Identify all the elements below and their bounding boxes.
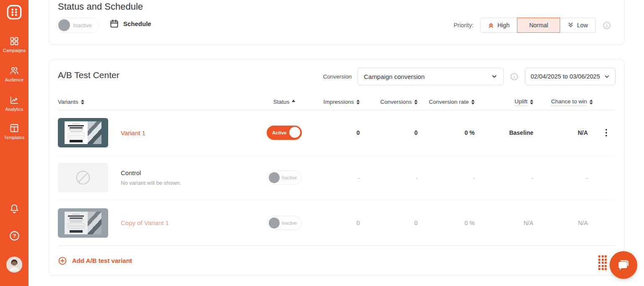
priority-low-button[interactable]: Low	[560, 18, 596, 33]
variant-status-toggle[interactable]: Inactive	[267, 171, 302, 185]
campaign-status-toggle[interactable]: Inactive	[56, 18, 99, 33]
sidebar-label-analytics: Analytics	[5, 107, 23, 112]
priority-normal-button[interactable]: Normal	[517, 18, 560, 33]
sort-icon	[471, 100, 475, 105]
toggle-label: Inactive	[282, 220, 297, 226]
column-header-variants[interactable]: Variants	[58, 99, 259, 105]
logo-glyph	[6, 4, 22, 20]
conversion-rate-value: -	[426, 175, 483, 181]
impressions-value: -	[309, 175, 368, 181]
conversions-value: 0	[368, 129, 426, 136]
variant-name-link[interactable]: Variant 1	[121, 129, 145, 136]
sidebar-item-templates[interactable]: Templates	[0, 123, 29, 140]
schedule-button[interactable]: Schedule	[109, 19, 151, 29]
priority-high-label: High	[497, 22, 509, 29]
variant-name: Control	[121, 169, 181, 176]
toggle-knob	[58, 19, 70, 31]
column-header-conversions[interactable]: Conversions	[368, 99, 426, 105]
toggle-knob	[289, 127, 300, 138]
add-variant-label: Add A/B test variant	[72, 257, 132, 264]
variant-status-toggle[interactable]: Inactive	[267, 216, 302, 230]
column-header-uplift[interactable]: Uplift	[483, 98, 542, 106]
variant-thumbnail[interactable]	[58, 118, 108, 147]
conversion-rate-value: 0 %	[426, 129, 483, 136]
variant-status-toggle[interactable]: Active	[267, 126, 302, 140]
chevron-down-icon	[491, 73, 497, 79]
column-label: Status	[273, 99, 289, 105]
sort-icon	[589, 100, 593, 105]
priority-segmented-group: High Normal Low	[480, 18, 596, 33]
chevrons-down-icon	[568, 22, 574, 28]
sidebar-item-audience[interactable]: Audience	[0, 66, 29, 82]
uplift-value: N/A	[483, 220, 542, 226]
sort-icon	[530, 100, 533, 105]
chance-to-win-value: N/A	[542, 220, 596, 226]
conversion-rate-value: 0 %	[426, 220, 483, 226]
sidebar-item-campaigns[interactable]: Campaigns	[0, 36, 29, 53]
sort-icon	[356, 100, 360, 105]
table-footer: Add A/B test variant	[58, 245, 615, 276]
conversions-value: 0	[368, 220, 426, 226]
chat-bubble-icon	[616, 258, 631, 272]
priority-info-button[interactable]	[602, 21, 611, 30]
chevrons-up-icon	[488, 22, 494, 28]
dots-grid-handle[interactable]	[598, 255, 607, 270]
table-row-control: Control No variant will be shown. Inacti…	[58, 155, 615, 200]
calendar-icon	[109, 19, 119, 29]
chevron-down-icon	[604, 74, 610, 79]
toggle-label: Inactive	[282, 175, 297, 180]
date-range-value: 02/04/2025 to 03/06/2025	[531, 73, 600, 80]
sidebar-label-audience: Audience	[5, 77, 24, 82]
toggle-label: Inactive	[73, 22, 92, 29]
sidebar-item-analytics[interactable]: Analytics	[0, 95, 29, 112]
uplift-value: Baseline	[483, 129, 542, 136]
avatar-photo	[6, 257, 22, 273]
conversion-select[interactable]: Campaign conversion	[358, 68, 504, 85]
column-label: Chance to win	[551, 98, 587, 106]
bell-icon	[9, 203, 20, 214]
priority-low-label: Low	[577, 22, 588, 29]
column-header-status[interactable]: Status	[259, 99, 309, 105]
help-icon: ?	[9, 230, 20, 241]
conversion-select-value: Campaign conversion	[364, 73, 425, 80]
impressions-value: 0	[309, 129, 368, 136]
conversion-label: Conversion	[323, 73, 351, 80]
row-menu-button[interactable]	[603, 126, 610, 139]
column-label: Uplift	[514, 98, 527, 106]
priority-label: Priority:	[454, 22, 473, 29]
column-label: Conversion rate	[429, 99, 469, 105]
column-header-conversion-rate[interactable]: Conversion rate	[426, 99, 483, 105]
layout-icon	[9, 123, 19, 133]
toggle-knob	[269, 218, 280, 228]
date-range-picker[interactable]: 02/04/2025 to 03/06/2025	[525, 68, 615, 85]
info-icon	[510, 72, 519, 81]
variant-name-link[interactable]: Copy of Variant 1	[121, 219, 169, 226]
control-thumbnail	[58, 163, 108, 192]
notifications-button[interactable]	[0, 203, 29, 214]
column-header-chance-to-win[interactable]: Chance to win	[542, 98, 596, 106]
table-row-variant-1: Variant 1 Active 0 0 0 % Baseline N/A	[58, 110, 615, 155]
table-header-row: Variants Status Impressions Conversions …	[58, 94, 615, 110]
impressions-value: 0	[309, 220, 368, 226]
variant-thumbnail[interactable]	[58, 208, 108, 238]
sort-icon	[81, 100, 84, 105]
chat-launcher-button[interactable]	[610, 251, 637, 279]
add-variant-button[interactable]: Add A/B test variant	[58, 256, 132, 265]
conversion-controls: Conversion Campaign conversion 02/04/202…	[323, 68, 615, 85]
conversion-info-button[interactable]	[510, 72, 519, 81]
priority-high-button[interactable]: High	[480, 18, 517, 33]
sort-icon	[414, 100, 418, 105]
table-row-copy-of-variant-1: Copy of Variant 1 Inactive 0 0 0 % N/A N…	[58, 200, 615, 245]
variant-preview	[65, 212, 101, 234]
column-header-impressions[interactable]: Impressions	[309, 99, 368, 105]
column-label: Conversions	[380, 99, 412, 105]
uplift-value: -	[483, 175, 542, 181]
column-label: Variants	[58, 99, 78, 105]
user-avatar[interactable]	[6, 257, 22, 273]
variant-subtitle: No variant will be shown.	[121, 180, 181, 186]
info-icon	[602, 21, 611, 30]
optimonk-logo-icon[interactable]	[6, 4, 22, 20]
help-button[interactable]: ?	[0, 230, 29, 241]
toggle-knob	[269, 172, 280, 183]
schedule-label: Schedule	[123, 20, 151, 27]
